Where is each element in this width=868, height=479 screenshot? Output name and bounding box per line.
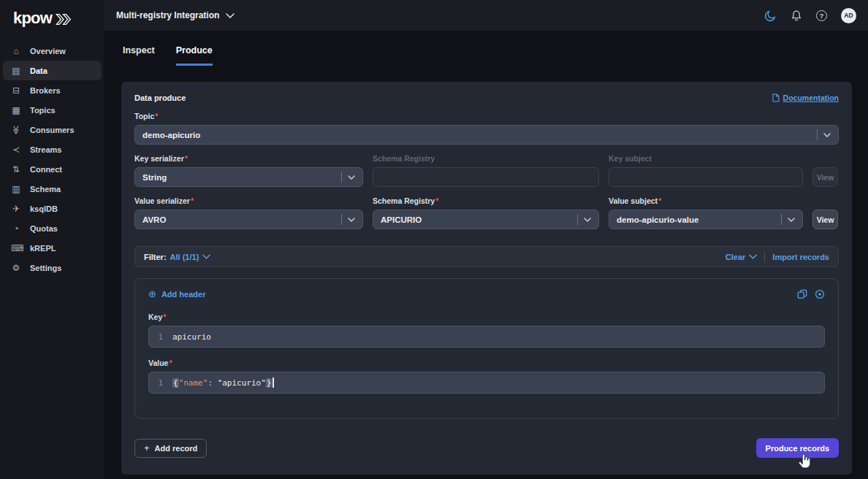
- environment-selector[interactable]: Multi-registry Integration: [116, 10, 235, 20]
- circle-dot-icon[interactable]: [815, 289, 825, 299]
- document-icon: [772, 93, 780, 102]
- topic-value: demo-apicurio: [142, 131, 200, 139]
- record-value-editor[interactable]: 1 {"name": "apicurio"}: [148, 372, 825, 394]
- select-controls: [781, 214, 795, 225]
- separator-token: :: [208, 378, 217, 388]
- key-subject-label: Key subject: [609, 154, 803, 163]
- sidebar-item-schema[interactable]: ▥Schema: [3, 179, 102, 199]
- sidebar-item-connect[interactable]: ⇅Connect: [3, 159, 102, 179]
- avatar[interactable]: AD: [841, 8, 856, 23]
- value-schema-registry-value: APICURIO: [381, 215, 422, 224]
- sidebar-item-krepl[interactable]: ⌨kREPL: [3, 238, 102, 258]
- sidebar-item-label: Settings: [30, 264, 61, 272]
- required-asterisk: *: [163, 313, 166, 321]
- sidebar-item-settings[interactable]: ⚙Settings: [3, 258, 102, 277]
- chevron-down-icon: [584, 218, 591, 222]
- key-subject-view-button[interactable]: View: [812, 167, 838, 187]
- help-icon[interactable]: ?: [816, 10, 827, 21]
- chevron-down-icon: [226, 13, 235, 18]
- key-serializer-select[interactable]: String: [134, 167, 363, 187]
- topbar-icons: ? AD: [764, 8, 856, 23]
- sidebar-item-label: kREPL: [30, 244, 56, 253]
- sidebar-item-quotas[interactable]: ◔Quotas: [3, 218, 102, 238]
- pie-chart-icon: ◔: [11, 223, 21, 234]
- topbar: Multi-registry Integration ? AD: [104, 0, 868, 31]
- import-records-button[interactable]: Import records: [772, 253, 829, 261]
- sidebar-item-streams[interactable]: ≺Streams: [3, 139, 102, 159]
- clear-button[interactable]: Clear: [726, 253, 758, 261]
- record-key-editor[interactable]: 1 apicurio: [148, 326, 825, 348]
- rocket-icon: ✈: [11, 204, 21, 214]
- required-asterisk: *: [191, 196, 194, 205]
- value-serializer-select[interactable]: AVRO: [134, 210, 363, 229]
- sidebar: kpow ⌂Overview ▤Data ⊟Brokers ▦Topics ≫C…: [0, 0, 104, 479]
- key-serializer-label: Key serializer*: [134, 154, 363, 163]
- open-brace-token: {: [172, 378, 179, 388]
- tab-inspect[interactable]: Inspect: [123, 45, 155, 66]
- clear-label: Clear: [726, 253, 746, 261]
- value-token: "apicurio": [218, 378, 266, 388]
- logo-chevrons-icon: [56, 13, 73, 26]
- sidebar-nav: ⌂Overview ▤Data ⊟Brokers ▦Topics ≫Consum…: [0, 41, 104, 277]
- sidebar-item-ksqldb[interactable]: ✈ksqlDB: [3, 199, 102, 218]
- name-token: "name": [179, 378, 208, 388]
- close-brace-token: }: [266, 378, 273, 388]
- line-number: 1: [149, 332, 172, 342]
- file-icon: ▤: [11, 66, 21, 76]
- sidebar-item-topics[interactable]: ▦Topics: [3, 100, 102, 120]
- sidebar-item-label: Consumers: [30, 126, 75, 134]
- sort-arrows-icon: ⇅: [11, 164, 21, 175]
- required-asterisk: *: [185, 154, 188, 163]
- sidebar-item-label: Schema: [30, 185, 61, 193]
- filter-value: All (1/1): [170, 253, 199, 261]
- produce-records-button[interactable]: Produce records: [756, 438, 839, 458]
- key-schema-registry-label: Schema Registry: [373, 154, 599, 163]
- tab-produce[interactable]: Produce: [176, 45, 213, 66]
- add-record-label: Add record: [155, 444, 198, 453]
- kpow-logo[interactable]: kpow: [0, 0, 104, 35]
- value-schema-registry-select[interactable]: APICURIO: [373, 210, 599, 229]
- topic-select[interactable]: demo-apicurio: [134, 125, 839, 145]
- documentation-link[interactable]: Documentation: [772, 93, 839, 102]
- copy-icon[interactable]: [797, 289, 807, 299]
- add-header-button[interactable]: ⊕ Add header: [148, 288, 205, 299]
- sidebar-item-label: Data: [30, 66, 47, 75]
- select-controls: [817, 129, 831, 140]
- bell-icon[interactable]: [791, 9, 802, 22]
- table-icon: ▦: [11, 105, 21, 115]
- sidebar-item-label: ksqlDB: [30, 204, 58, 213]
- data-produce-card: Data produce Documentation Topic* demo-a…: [121, 82, 852, 475]
- sidebar-item-data[interactable]: ▤Data: [3, 61, 102, 80]
- key-code: apicurio: [172, 332, 211, 342]
- double-chevron-icon: ≫: [11, 125, 21, 135]
- chevron-down-icon: [788, 218, 795, 222]
- sidebar-item-overview[interactable]: ⌂Overview: [3, 41, 102, 61]
- sidebar-item-consumers[interactable]: ≫Consumers: [3, 120, 102, 139]
- line-number: 1: [149, 378, 172, 388]
- required-asterisk: *: [658, 196, 661, 205]
- text-caret: [273, 378, 274, 388]
- key-subject-input[interactable]: [609, 167, 803, 187]
- value-subject-view-button[interactable]: View: [812, 210, 838, 229]
- chevron-down-icon: [823, 133, 831, 137]
- main-content: Inspect Produce Data produce Documentati…: [104, 31, 868, 479]
- record-key-label: Key*: [148, 313, 825, 321]
- chevron-down-icon: [202, 254, 210, 259]
- record-panel: ⊕ Add header Key* 1 apicurio Value* 1 {"…: [134, 278, 839, 419]
- add-record-button[interactable]: + Add record: [134, 439, 207, 458]
- terminal-icon: ⌨: [11, 243, 21, 253]
- value-subject-select[interactable]: demo-apicurio-value: [609, 210, 803, 229]
- sidebar-item-brokers[interactable]: ⊟Brokers: [3, 80, 102, 100]
- sidebar-item-label: Topics: [30, 106, 56, 115]
- value-subject-value: demo-apicurio-value: [617, 215, 698, 224]
- sidebar-item-label: Connect: [30, 165, 62, 174]
- key-serializer-value: String: [142, 173, 167, 182]
- filter-selector[interactable]: All (1/1): [170, 253, 211, 261]
- select-controls: [341, 214, 355, 225]
- moon-icon[interactable]: [764, 9, 777, 22]
- record-value-label: Value*: [148, 359, 825, 367]
- card-title: Data produce: [134, 93, 186, 102]
- sidebar-item-label: Streams: [30, 145, 61, 154]
- value-code: {"name": "apicurio"}: [172, 378, 274, 388]
- key-schema-registry-input[interactable]: [373, 167, 599, 187]
